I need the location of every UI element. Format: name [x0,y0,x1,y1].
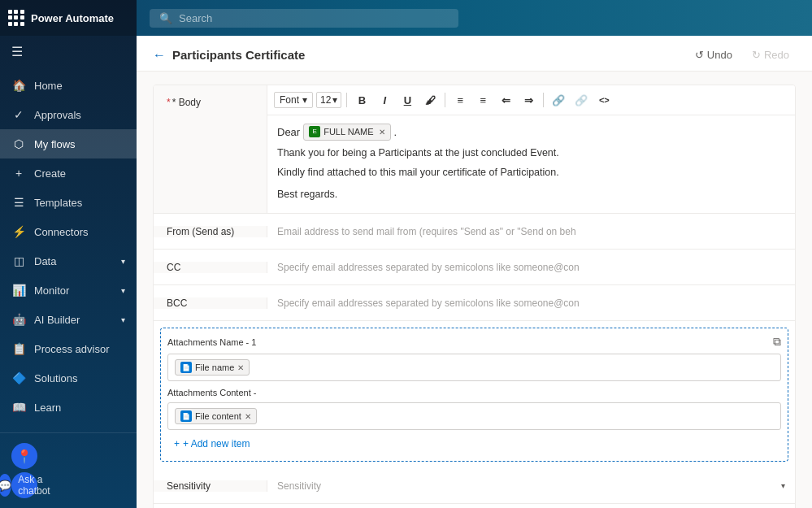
form-panel: * * Body Font ▾ 12 ▾ [153,85,796,508]
code-button[interactable]: <> [594,90,614,110]
redo-button[interactable]: ↻ Redo [745,46,796,64]
body-label: * * Body [154,85,267,213]
sidebar-item-label: Approvals [34,109,125,121]
data-icon: ◫ [11,254,26,267]
ordered-list-button[interactable]: ≡ [473,90,493,110]
chatbot-label: Ask a chatbot [18,474,50,497]
from-input[interactable] [267,219,795,244]
connectors-icon: ⚡ [11,225,26,238]
indent-increase-button[interactable]: ⇒ [519,90,538,110]
ai-builder-icon: 🤖 [11,313,26,326]
copy-button[interactable]: ⧉ [773,335,781,349]
italic-button[interactable]: I [375,90,394,110]
sidebar-item-learn[interactable]: 📖 Learn [0,393,137,422]
app-icon [8,10,24,26]
location-icon: 📍 [11,443,37,469]
separator [346,93,347,107]
search-icon: 🔍 [159,12,172,24]
sidebar-item-label: Data [34,255,113,267]
create-icon: + [11,167,26,180]
underline-button[interactable]: U [397,90,417,110]
approvals-icon: ✓ [11,108,26,121]
attachments-content-field[interactable]: 📄 File content ✕ [167,402,781,430]
search-input[interactable] [179,12,449,24]
sidebar-item-label: Process advisor [34,343,125,355]
fullname-token[interactable]: E FULL NAME ✕ [303,124,390,141]
solutions-icon: 🔷 [11,371,26,384]
font-select[interactable]: Font ▾ [274,92,313,108]
sidebar-item-my-flows[interactable]: ⬡ My flows [0,129,137,158]
sidebar-header: Power Automate [0,0,137,36]
sidebar-item-create[interactable]: + Create [0,158,137,188]
filename-chip[interactable]: 📄 File name ✕ [175,359,250,376]
sidebar-item-label: Solutions [34,372,125,384]
sidebar-item-label: My flows [34,138,125,150]
templates-icon: ☰ [11,196,26,209]
file-content-chip-icon: 📄 [180,410,192,422]
unlink-button[interactable]: 🔗 [571,90,591,110]
attachments-name-field[interactable]: 📄 File name ✕ [167,354,781,381]
editor-toolbar: Font ▾ 12 ▾ B I U 🖌 ≡ [267,85,795,115]
redo-icon: ↻ [752,49,761,61]
required-marker: * [167,97,171,108]
paint-button[interactable]: 🖌 [420,90,440,110]
body-editor: Font ▾ 12 ▾ B I U 🖌 ≡ [267,85,795,213]
page-title: Participants Certificate [172,48,305,62]
main-content: 🔍 ← Participants Certificate ↺ Undo ↻ Re… [137,0,812,508]
dear-text: Dear [277,124,300,141]
flows-icon: ⬡ [11,137,26,150]
link-button[interactable]: 🔗 [549,90,568,110]
back-button[interactable]: ← [153,48,166,63]
sidebar-footer: 📍 💬 Ask a chatbot [0,432,137,508]
sensitivity-select[interactable]: Sensitivity ▾ [267,474,795,498]
sidebar-item-ai-builder[interactable]: 🤖 AI Builder ▾ [0,305,137,334]
sidebar-item-home[interactable]: 🏠 Home [0,71,137,100]
sidebar-item-data[interactable]: ◫ Data ▾ [0,246,137,276]
separator [543,93,544,107]
sidebar-item-monitor[interactable]: 📊 Monitor ▾ [0,276,137,305]
bold-button[interactable]: B [352,90,371,110]
cc-label: CC [154,262,267,273]
sidebar-item-label: Learn [34,402,125,414]
bcc-row: BCC [154,285,795,321]
attachments-section: Attachments Name - 1 ⧉ 📄 File name ✕ Att… [160,328,788,462]
sidebar: Power Automate ☰ 🏠 Home ✓ Approvals ⬡ My… [0,0,137,508]
indent-decrease-button[interactable]: ⇐ [496,90,515,110]
home-icon: 🏠 [11,79,26,92]
sidebar-item-process-advisor[interactable]: 📋 Process advisor [0,334,137,363]
file-chip-icon: 📄 [180,362,192,373]
filecontent-chip-remove[interactable]: ✕ [245,412,251,421]
chatbot-area[interactable]: 💬 Ask a chatbot [11,472,37,498]
bcc-input[interactable] [267,291,795,315]
chevron-down-icon: ▾ [781,481,785,490]
app-title: Power Automate [31,12,114,24]
chevron-down-icon: ▾ [121,286,125,295]
unordered-list-button[interactable]: ≡ [450,90,470,110]
sidebar-item-label: Templates [34,197,125,209]
page-content: * * Body Font ▾ 12 ▾ [137,72,812,508]
search-box[interactable]: 🔍 [150,9,458,28]
body-section: * * Body Font ▾ 12 ▾ [154,85,795,214]
chevron-down-icon: ▾ [332,94,337,106]
best-regards-text: Best regards. [277,187,785,202]
separator [445,93,445,107]
sidebar-item-connectors[interactable]: ⚡ Connectors [0,217,137,246]
cc-input[interactable] [267,255,795,280]
font-size-select[interactable]: 12 ▾ [316,92,341,108]
hamburger-menu[interactable]: ☰ [0,36,137,67]
chevron-down-icon: ▾ [121,315,125,324]
sidebar-item-solutions[interactable]: 🔷 Solutions [0,363,137,393]
from-label: From (Send as) [154,226,267,237]
filecontent-chip[interactable]: 📄 File content ✕ [175,408,257,424]
subheader: ← Participants Certificate ↺ Undo ↻ Redo [137,36,812,72]
editor-body[interactable]: Dear E FULL NAME ✕ . Thank you for being… [267,115,795,213]
token-remove-button[interactable]: ✕ [379,126,385,138]
chevron-down-icon: ▾ [302,94,307,106]
filename-chip-remove[interactable]: ✕ [237,363,244,372]
undo-button[interactable]: ↺ Undo [688,46,739,64]
sidebar-item-label: Monitor [34,284,113,297]
add-new-item-button[interactable]: + + Add new item [167,435,256,453]
sidebar-item-approvals[interactable]: ✓ Approvals [0,100,137,129]
sidebar-item-templates[interactable]: ☰ Templates [0,188,137,217]
token-icon: E [309,126,320,137]
